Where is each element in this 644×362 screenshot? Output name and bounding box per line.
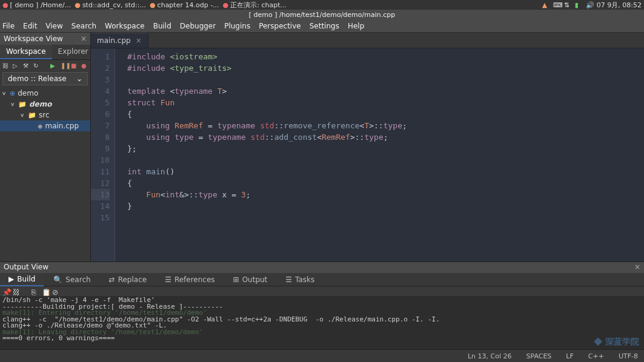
close-icon[interactable]: × — [81, 35, 87, 43]
output-panel: Output View × ▶Build🔍Search⇄Replace☰Refe… — [0, 262, 644, 349]
nav-icon[interactable]: ▷ — [13, 62, 19, 69]
line-number: 9 — [91, 143, 110, 154]
run-icon[interactable]: ▶ — [50, 62, 57, 69]
tree-item-main.cpp[interactable]: ◆main.cpp — [0, 120, 90, 131]
line-number: 4 — [91, 85, 110, 97]
titlebar-tab[interactable]: ●std::add_cv, std::... — [75, 1, 146, 9]
output-tab-replace[interactable]: ⇄Replace — [101, 274, 156, 286]
workspace-title: Workspace View — [4, 35, 63, 43]
tree-item-demo[interactable]: v⊕demo — [0, 88, 90, 99]
editor-area: main.cpp × 123456789101112131415 #includ… — [91, 33, 644, 262]
search-icon: 🔍 — [53, 275, 62, 284]
workspace-toolbar: ⛓ ▷ ⚒ ↻ ▶ ❚❚ ■ ● — [0, 60, 90, 71]
menu-help[interactable]: Help — [348, 22, 364, 30]
menu-build[interactable]: Build — [153, 22, 171, 30]
expand-icon[interactable]: v — [11, 101, 16, 107]
record-icon[interactable]: ● — [81, 62, 88, 69]
output-tab-output[interactable]: ⊞Output — [225, 274, 276, 286]
menu-search[interactable]: Search — [71, 22, 96, 30]
output-tab-tasks[interactable]: ☰Tasks — [277, 274, 323, 286]
code-line[interactable]: { — [127, 108, 639, 120]
code-line[interactable]: }; — [127, 143, 639, 154]
eol-mode[interactable]: LF — [566, 352, 573, 360]
code-line[interactable]: } — [127, 200, 639, 212]
warning-icon: ▲ — [542, 1, 549, 8]
chevron-down-icon: ⌄ — [76, 74, 82, 83]
code-line[interactable]: struct Fun — [127, 97, 639, 108]
line-number: 2 — [91, 62, 110, 74]
line-number: 13 — [91, 189, 110, 200]
menu-workspace[interactable]: Workspace — [105, 22, 145, 30]
tree-label: main.cpp — [45, 122, 79, 130]
copy-icon[interactable]: ⎘ — [32, 288, 38, 295]
code-line[interactable]: int main() — [127, 166, 639, 177]
line-number: 14 — [91, 200, 110, 212]
code-line[interactable]: Fun<int&>::type x = 3; — [127, 189, 639, 200]
output-tab-references[interactable]: ☰References — [156, 274, 223, 286]
folder-icon: 📁 — [18, 100, 27, 108]
language-mode[interactable]: C++ — [588, 352, 604, 360]
close-icon[interactable]: × — [634, 263, 640, 272]
encoding[interactable]: UTF-8 — [619, 352, 638, 360]
editor-tab-main[interactable]: main.cpp × — [91, 33, 148, 48]
indent-mode[interactable]: SPACES — [526, 352, 551, 360]
line-number: 15 — [91, 212, 110, 223]
output-tab-search[interactable]: 🔍Search — [45, 274, 99, 286]
workspace-sidebar: Workspace View × WorkspaceExplorer ⛓ ▷ ⚒… — [0, 33, 91, 262]
link-icon[interactable]: ⛓ — [2, 62, 9, 69]
tree-item-src[interactable]: v📁src — [0, 110, 90, 120]
menubar: FileEditViewSearchWorkspaceBuildDebugger… — [0, 19, 644, 33]
code-line[interactable] — [127, 154, 639, 166]
workspace-tabs: WorkspaceExplorer — [0, 45, 90, 60]
tree-item-demo[interactable]: v📁demo — [0, 99, 90, 110]
menu-edit[interactable]: Edit — [23, 22, 37, 30]
code-line[interactable]: using type = typename std::add_const<Rem… — [127, 131, 639, 143]
menu-view[interactable]: View — [45, 22, 62, 30]
refresh-icon[interactable]: ↻ — [33, 62, 40, 69]
editor-tabs: main.cpp × — [91, 33, 644, 48]
titlebar-tab[interactable]: ●[ demo ] /Home/... — [2, 1, 71, 9]
output-tab-build[interactable]: ▶Build — [0, 273, 44, 286]
battery-icon: ▮ — [575, 1, 582, 8]
build-icon[interactable]: ⚒ — [23, 62, 30, 69]
tree-label: src — [39, 111, 50, 119]
code-editor[interactable]: 123456789101112131415 #include <iostream… — [91, 48, 644, 262]
close-icon[interactable]: × — [136, 36, 142, 45]
titlebar-tabs: ●[ demo ] /Home/...●std::add_cv, std::..… — [2, 1, 542, 10]
output-title: Output View — [4, 263, 48, 272]
workspace-tab-workspace[interactable]: Workspace — [0, 45, 52, 59]
build-icon: ▶ — [8, 275, 14, 283]
globe-icon: ⊕ — [10, 90, 15, 97]
menu-file[interactable]: File — [2, 22, 15, 30]
menu-plugins[interactable]: Plugins — [224, 22, 250, 30]
config-selector[interactable]: demo :: Release ⌄ — [2, 72, 88, 85]
workspace-tab-explorer[interactable]: Explorer — [52, 45, 95, 59]
expand-icon[interactable]: v — [21, 112, 25, 118]
expand-icon[interactable]: v — [2, 90, 7, 96]
code-line[interactable] — [127, 74, 639, 85]
code-line[interactable] — [127, 212, 639, 223]
code-line[interactable]: { — [127, 177, 639, 189]
output-icon: ⊞ — [233, 275, 239, 284]
stop-icon[interactable]: ■ — [71, 62, 78, 69]
code-line[interactable]: template <typename T> — [127, 85, 639, 97]
line-number: 12 — [91, 177, 110, 189]
menu-perspective[interactable]: Perspective — [259, 22, 301, 30]
statusbar: Ln 13, Col 26 SPACES LF C++ UTF-8 — [0, 349, 644, 362]
clear-icon[interactable]: ⊘ — [52, 288, 59, 295]
pin-icon[interactable]: 📌 — [2, 288, 9, 295]
paste-icon[interactable]: 📋 — [42, 288, 48, 295]
pause-icon[interactable]: ❚❚ — [61, 62, 67, 69]
path-text: [ demo ] /home/test1/demo/demo/main.cpp — [249, 11, 396, 19]
fold-column — [115, 48, 122, 262]
code-line[interactable]: #include <type_traits> — [127, 62, 639, 74]
code-content[interactable]: #include <iostream>#include <type_traits… — [122, 48, 644, 262]
code-line[interactable]: #include <iostream> — [127, 51, 639, 62]
code-line[interactable]: using RemRef = typename std::remove_refe… — [127, 120, 639, 131]
titlebar-tab[interactable]: ●正在演示: chapt... — [223, 1, 287, 10]
titlebar-tab[interactable]: ●chapter 14.odp -... — [150, 1, 219, 9]
menu-settings[interactable]: Settings — [310, 22, 339, 30]
link-icon[interactable]: ⛓ — [13, 288, 19, 295]
menu-debugger[interactable]: Debugger — [180, 22, 216, 30]
output-body[interactable]: /bin/sh -c 'make -j 4 -e -f Makefile'---… — [0, 296, 644, 349]
